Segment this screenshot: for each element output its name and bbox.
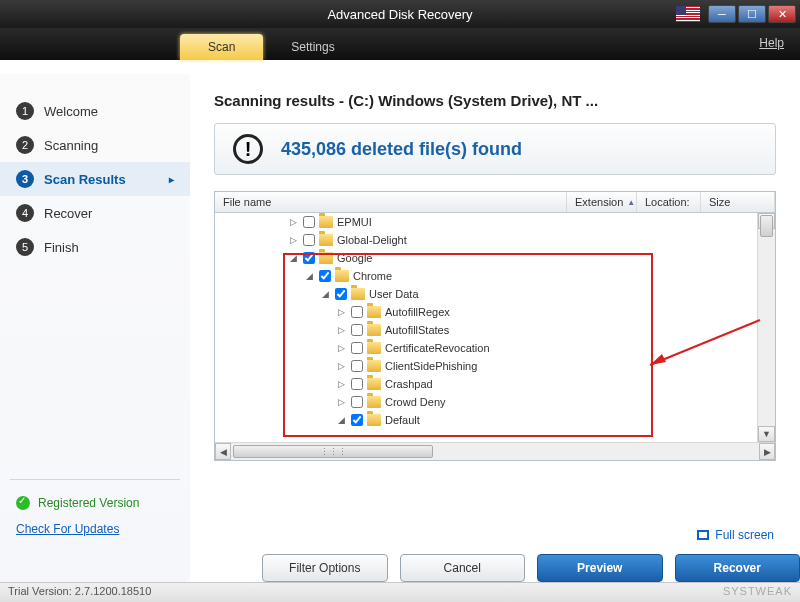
check-updates-link[interactable]: Check For Updates bbox=[0, 516, 190, 542]
sidebar-item-recover[interactable]: 4Recover bbox=[0, 196, 190, 230]
tree-row[interactable]: ▷AutofillRegex bbox=[215, 303, 775, 321]
sidebar-item-welcome[interactable]: 1Welcome bbox=[0, 94, 190, 128]
status-bar: Trial Version: 2.7.1200.18510 SYSTWEAK bbox=[0, 582, 800, 602]
content-panel: Scanning results - (C:) Windows (System … bbox=[190, 74, 800, 602]
tree-checkbox[interactable] bbox=[351, 360, 363, 372]
folder-icon bbox=[367, 324, 381, 336]
results-heading: Scanning results - (C:) Windows (System … bbox=[214, 92, 776, 109]
tree-checkbox[interactable] bbox=[351, 306, 363, 318]
tree-checkbox[interactable] bbox=[319, 270, 331, 282]
col-location[interactable]: Location: bbox=[637, 192, 701, 212]
tree-checkbox[interactable] bbox=[303, 234, 315, 246]
expander-icon[interactable]: ▷ bbox=[287, 235, 299, 245]
tree-row[interactable]: ▷Crowd Deny bbox=[215, 393, 775, 411]
help-link[interactable]: Help bbox=[759, 36, 784, 50]
check-icon bbox=[16, 496, 30, 510]
tree-row[interactable]: ▷CertificateRevocation bbox=[215, 339, 775, 357]
scroll-thumb[interactable] bbox=[760, 215, 773, 237]
tree-row[interactable]: ▷EPMUI bbox=[215, 213, 775, 231]
expander-icon[interactable]: ▷ bbox=[335, 307, 347, 317]
folder-icon bbox=[367, 342, 381, 354]
folder-icon bbox=[367, 306, 381, 318]
tree-label: ClientSidePhishing bbox=[385, 360, 477, 372]
folder-icon bbox=[335, 270, 349, 282]
expander-icon[interactable]: ◢ bbox=[319, 289, 331, 299]
tree-label: Google bbox=[337, 252, 372, 264]
tree-checkbox[interactable] bbox=[351, 396, 363, 408]
banner-strip bbox=[0, 60, 800, 74]
expander-icon[interactable]: ◢ bbox=[287, 253, 299, 263]
close-button[interactable]: ✕ bbox=[768, 5, 796, 23]
tree-label: AutofillRegex bbox=[385, 306, 450, 318]
tree-row[interactable]: ◢User Data bbox=[215, 285, 775, 303]
tree-row[interactable]: ◢Google bbox=[215, 249, 775, 267]
tab-scan[interactable]: Scan bbox=[180, 34, 263, 60]
tree-row[interactable]: ▷AutofillStates bbox=[215, 321, 775, 339]
sidebar-item-scan-results[interactable]: 3Scan Results▸ bbox=[0, 162, 190, 196]
folder-icon bbox=[351, 288, 365, 300]
cancel-button[interactable]: Cancel bbox=[400, 554, 526, 582]
fullscreen-icon bbox=[697, 530, 709, 540]
exclamation-icon: ! bbox=[233, 134, 263, 164]
flag-icon[interactable] bbox=[676, 6, 700, 22]
preview-button[interactable]: Preview bbox=[537, 554, 663, 582]
tree-label: Global-Delight bbox=[337, 234, 407, 246]
sidebar-item-label: Welcome bbox=[44, 104, 98, 119]
sidebar-item-scanning[interactable]: 2Scanning bbox=[0, 128, 190, 162]
sort-asc-icon: ▲ bbox=[627, 198, 635, 207]
tree-row[interactable]: ▷ClientSidePhishing bbox=[215, 357, 775, 375]
tree-row[interactable]: ◢Chrome bbox=[215, 267, 775, 285]
scroll-left-icon[interactable]: ◀ bbox=[215, 443, 231, 460]
menu-bar: Scan Settings Help bbox=[0, 28, 800, 60]
folder-icon bbox=[319, 216, 333, 228]
scroll-down-icon[interactable]: ▼ bbox=[758, 426, 775, 442]
expander-icon[interactable]: ◢ bbox=[303, 271, 315, 281]
tree-checkbox[interactable] bbox=[335, 288, 347, 300]
scroll-thumb-h[interactable]: ⋮⋮⋮ bbox=[233, 445, 433, 458]
tree-label: Default bbox=[385, 414, 420, 426]
tree-checkbox[interactable] bbox=[303, 216, 315, 228]
title-bar: Advanced Disk Recovery ─ ☐ ✕ bbox=[0, 0, 800, 28]
filter-options-button[interactable]: Filter Options bbox=[262, 554, 388, 582]
maximize-button[interactable]: ☐ bbox=[738, 5, 766, 23]
tree-row[interactable]: ▷Global-Delight bbox=[215, 231, 775, 249]
sidebar-item-label: Scan Results bbox=[44, 172, 126, 187]
registered-status: Registered Version bbox=[0, 490, 190, 516]
tree-label: AutofillStates bbox=[385, 324, 449, 336]
tree-label: Chrome bbox=[353, 270, 392, 282]
expander-icon[interactable]: ◢ bbox=[335, 415, 347, 425]
expander-icon[interactable]: ▷ bbox=[335, 361, 347, 371]
scroll-right-icon[interactable]: ▶ bbox=[759, 443, 775, 460]
vertical-scrollbar[interactable]: ▲ ▼ bbox=[757, 213, 775, 442]
footer-buttons: Filter Options Cancel Preview Recover bbox=[190, 554, 800, 582]
folder-icon bbox=[367, 414, 381, 426]
expander-icon[interactable]: ▷ bbox=[287, 217, 299, 227]
tree-label: Crashpad bbox=[385, 378, 433, 390]
tree-label: EPMUI bbox=[337, 216, 372, 228]
tree-row[interactable]: ◢Default bbox=[215, 411, 775, 429]
window-title: Advanced Disk Recovery bbox=[327, 7, 472, 22]
tree-checkbox[interactable] bbox=[303, 252, 315, 264]
tree-checkbox[interactable] bbox=[351, 342, 363, 354]
tab-settings[interactable]: Settings bbox=[263, 34, 362, 60]
tree-checkbox[interactable] bbox=[351, 324, 363, 336]
app-logo bbox=[4, 4, 84, 64]
recover-button[interactable]: Recover bbox=[675, 554, 801, 582]
sidebar-item-finish[interactable]: 5Finish bbox=[0, 230, 190, 264]
tree-row[interactable]: ▷Crashpad bbox=[215, 375, 775, 393]
expander-icon[interactable]: ▷ bbox=[335, 397, 347, 407]
horizontal-scrollbar[interactable]: ◀ ⋮⋮⋮ ▶ bbox=[215, 442, 775, 460]
tree-checkbox[interactable] bbox=[351, 414, 363, 426]
expander-icon[interactable]: ▷ bbox=[335, 343, 347, 353]
expander-icon[interactable]: ▷ bbox=[335, 325, 347, 335]
col-extension[interactable]: Extension▲ bbox=[567, 192, 637, 212]
tree-checkbox[interactable] bbox=[351, 378, 363, 390]
minimize-button[interactable]: ─ bbox=[708, 5, 736, 23]
col-filename[interactable]: File name bbox=[215, 192, 567, 212]
col-size[interactable]: Size bbox=[701, 192, 775, 212]
summary-text: 435,086 deleted file(s) found bbox=[281, 139, 522, 160]
fullscreen-link[interactable]: Full screen bbox=[697, 528, 774, 542]
folder-icon bbox=[367, 396, 381, 408]
results-tree: File name Extension▲ Location: Size ▷EPM… bbox=[214, 191, 776, 461]
expander-icon[interactable]: ▷ bbox=[335, 379, 347, 389]
